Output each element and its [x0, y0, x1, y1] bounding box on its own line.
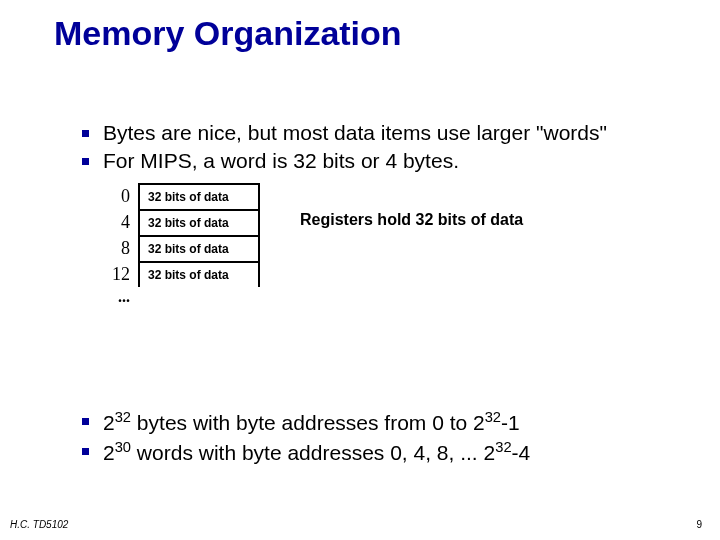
memory-cell: 32 bits of data	[138, 235, 260, 261]
bullet-square-icon	[82, 158, 89, 165]
bullet-square-icon	[82, 130, 89, 137]
slide: Memory Organization Bytes are nice, but …	[0, 0, 720, 540]
address-label: 0	[108, 186, 138, 207]
bullet-item: For MIPS, a word is 32 bits or 4 bytes.	[82, 148, 672, 174]
bullet-text: Bytes are nice, but most data items use …	[103, 120, 607, 146]
address-label: 12	[108, 264, 138, 285]
register-note: Registers hold 32 bits of data	[300, 211, 523, 229]
memory-row: 4 32 bits of data	[108, 209, 260, 235]
bullet-text: 230 words with byte addresses 0, 4, 8, .…	[103, 438, 530, 466]
address-label: 4	[108, 212, 138, 233]
bullet-text: 232 bytes with byte addresses from 0 to …	[103, 408, 520, 436]
memory-row: 12 32 bits of data	[108, 261, 260, 287]
memory-cell: 32 bits of data	[138, 209, 260, 235]
memory-diagram: 0 32 bits of data 4 32 bits of data 8 32…	[108, 183, 260, 307]
bullet-item: 232 bytes with byte addresses from 0 to …	[82, 408, 672, 436]
page-number: 9	[696, 519, 702, 530]
footer-left: H.C. TD5102	[10, 519, 68, 530]
bullet-square-icon	[82, 418, 89, 425]
top-bullets: Bytes are nice, but most data items use …	[82, 120, 672, 177]
bottom-bullets: 232 bytes with byte addresses from 0 to …	[82, 408, 672, 469]
address-label: 8	[108, 238, 138, 259]
bullet-item: Bytes are nice, but most data items use …	[82, 120, 672, 146]
dots-label: ...	[108, 288, 138, 306]
bullet-item: 230 words with byte addresses 0, 4, 8, .…	[82, 438, 672, 466]
bullet-square-icon	[82, 448, 89, 455]
memory-row: 0 32 bits of data	[108, 183, 260, 209]
bullet-text: For MIPS, a word is 32 bits or 4 bytes.	[103, 148, 459, 174]
memory-cell: 32 bits of data	[138, 183, 260, 209]
memory-row: 8 32 bits of data	[108, 235, 260, 261]
slide-title: Memory Organization	[54, 14, 402, 53]
memory-cell: 32 bits of data	[138, 261, 260, 287]
dots-row: ...	[108, 287, 260, 307]
